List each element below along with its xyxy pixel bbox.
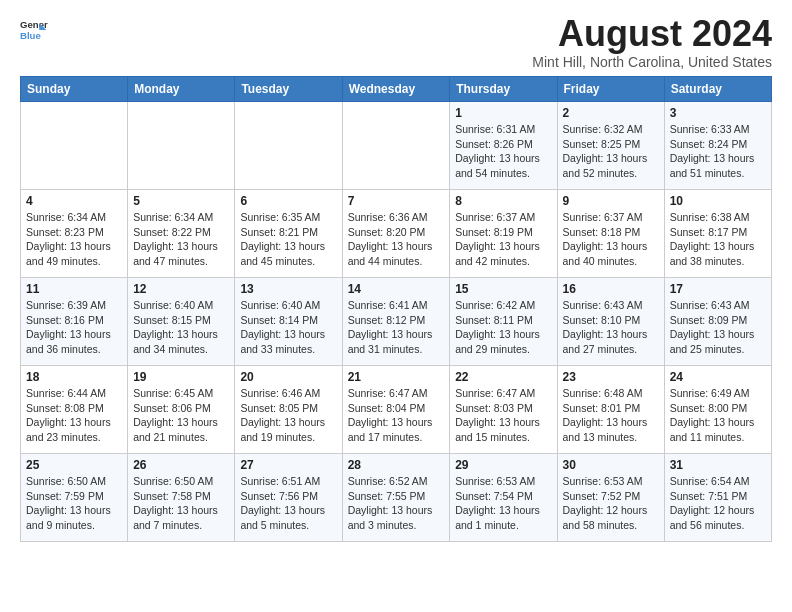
calendar-cell: 19Sunrise: 6:45 AM Sunset: 8:06 PM Dayli… [128,366,235,454]
day-info: Sunrise: 6:35 AM Sunset: 8:21 PM Dayligh… [240,210,336,269]
day-number: 24 [670,370,766,384]
day-number: 17 [670,282,766,296]
calendar-cell: 9Sunrise: 6:37 AM Sunset: 8:18 PM Daylig… [557,190,664,278]
day-number: 9 [563,194,659,208]
logo: General Blue [20,16,48,44]
calendar-cell: 31Sunrise: 6:54 AM Sunset: 7:51 PM Dayli… [664,454,771,542]
calendar-table: SundayMondayTuesdayWednesdayThursdayFrid… [20,76,772,542]
day-info: Sunrise: 6:53 AM Sunset: 7:54 PM Dayligh… [455,474,551,533]
calendar-week-row: 4Sunrise: 6:34 AM Sunset: 8:23 PM Daylig… [21,190,772,278]
day-info: Sunrise: 6:49 AM Sunset: 8:00 PM Dayligh… [670,386,766,445]
day-info: Sunrise: 6:31 AM Sunset: 8:26 PM Dayligh… [455,122,551,181]
calendar-cell: 12Sunrise: 6:40 AM Sunset: 8:15 PM Dayli… [128,278,235,366]
weekday-header-sunday: Sunday [21,77,128,102]
day-number: 11 [26,282,122,296]
calendar-cell: 2Sunrise: 6:32 AM Sunset: 8:25 PM Daylig… [557,102,664,190]
weekday-header-wednesday: Wednesday [342,77,450,102]
calendar-cell: 16Sunrise: 6:43 AM Sunset: 8:10 PM Dayli… [557,278,664,366]
day-info: Sunrise: 6:34 AM Sunset: 8:23 PM Dayligh… [26,210,122,269]
day-number: 26 [133,458,229,472]
day-info: Sunrise: 6:43 AM Sunset: 8:09 PM Dayligh… [670,298,766,357]
calendar-cell: 7Sunrise: 6:36 AM Sunset: 8:20 PM Daylig… [342,190,450,278]
day-info: Sunrise: 6:47 AM Sunset: 8:04 PM Dayligh… [348,386,445,445]
calendar-cell: 8Sunrise: 6:37 AM Sunset: 8:19 PM Daylig… [450,190,557,278]
day-info: Sunrise: 6:53 AM Sunset: 7:52 PM Dayligh… [563,474,659,533]
logo-icon: General Blue [20,16,48,44]
day-info: Sunrise: 6:34 AM Sunset: 8:22 PM Dayligh… [133,210,229,269]
calendar-week-row: 25Sunrise: 6:50 AM Sunset: 7:59 PM Dayli… [21,454,772,542]
day-number: 6 [240,194,336,208]
calendar-week-row: 11Sunrise: 6:39 AM Sunset: 8:16 PM Dayli… [21,278,772,366]
page-header: General Blue August 2024 Mint Hill, Nort… [20,16,772,70]
day-info: Sunrise: 6:37 AM Sunset: 8:19 PM Dayligh… [455,210,551,269]
calendar-cell: 22Sunrise: 6:47 AM Sunset: 8:03 PM Dayli… [450,366,557,454]
day-info: Sunrise: 6:37 AM Sunset: 8:18 PM Dayligh… [563,210,659,269]
calendar-cell: 14Sunrise: 6:41 AM Sunset: 8:12 PM Dayli… [342,278,450,366]
day-number: 21 [348,370,445,384]
calendar-cell: 23Sunrise: 6:48 AM Sunset: 8:01 PM Dayli… [557,366,664,454]
day-info: Sunrise: 6:45 AM Sunset: 8:06 PM Dayligh… [133,386,229,445]
day-info: Sunrise: 6:52 AM Sunset: 7:55 PM Dayligh… [348,474,445,533]
day-number: 20 [240,370,336,384]
day-number: 18 [26,370,122,384]
calendar-cell: 28Sunrise: 6:52 AM Sunset: 7:55 PM Dayli… [342,454,450,542]
day-number: 2 [563,106,659,120]
calendar-cell: 11Sunrise: 6:39 AM Sunset: 8:16 PM Dayli… [21,278,128,366]
calendar-cell [235,102,342,190]
day-info: Sunrise: 6:33 AM Sunset: 8:24 PM Dayligh… [670,122,766,181]
day-number: 7 [348,194,445,208]
calendar-cell: 10Sunrise: 6:38 AM Sunset: 8:17 PM Dayli… [664,190,771,278]
day-number: 8 [455,194,551,208]
calendar-cell: 13Sunrise: 6:40 AM Sunset: 8:14 PM Dayli… [235,278,342,366]
calendar-cell: 21Sunrise: 6:47 AM Sunset: 8:04 PM Dayli… [342,366,450,454]
calendar-cell: 3Sunrise: 6:33 AM Sunset: 8:24 PM Daylig… [664,102,771,190]
svg-text:Blue: Blue [20,30,41,41]
day-info: Sunrise: 6:51 AM Sunset: 7:56 PM Dayligh… [240,474,336,533]
calendar-cell: 15Sunrise: 6:42 AM Sunset: 8:11 PM Dayli… [450,278,557,366]
calendar-cell: 26Sunrise: 6:50 AM Sunset: 7:58 PM Dayli… [128,454,235,542]
calendar-cell: 1Sunrise: 6:31 AM Sunset: 8:26 PM Daylig… [450,102,557,190]
day-info: Sunrise: 6:41 AM Sunset: 8:12 PM Dayligh… [348,298,445,357]
day-info: Sunrise: 6:40 AM Sunset: 8:15 PM Dayligh… [133,298,229,357]
day-number: 23 [563,370,659,384]
location-subtitle: Mint Hill, North Carolina, United States [532,54,772,70]
day-number: 28 [348,458,445,472]
day-number: 5 [133,194,229,208]
day-number: 25 [26,458,122,472]
calendar-cell [21,102,128,190]
calendar-cell: 17Sunrise: 6:43 AM Sunset: 8:09 PM Dayli… [664,278,771,366]
day-info: Sunrise: 6:46 AM Sunset: 8:05 PM Dayligh… [240,386,336,445]
day-number: 13 [240,282,336,296]
calendar-week-row: 18Sunrise: 6:44 AM Sunset: 8:08 PM Dayli… [21,366,772,454]
day-info: Sunrise: 6:50 AM Sunset: 7:58 PM Dayligh… [133,474,229,533]
day-number: 10 [670,194,766,208]
weekday-header-thursday: Thursday [450,77,557,102]
day-number: 16 [563,282,659,296]
calendar-cell [128,102,235,190]
calendar-cell: 29Sunrise: 6:53 AM Sunset: 7:54 PM Dayli… [450,454,557,542]
calendar-cell: 27Sunrise: 6:51 AM Sunset: 7:56 PM Dayli… [235,454,342,542]
title-block: August 2024 Mint Hill, North Carolina, U… [532,16,772,70]
calendar-week-row: 1Sunrise: 6:31 AM Sunset: 8:26 PM Daylig… [21,102,772,190]
day-number: 22 [455,370,551,384]
day-info: Sunrise: 6:43 AM Sunset: 8:10 PM Dayligh… [563,298,659,357]
calendar-cell [342,102,450,190]
calendar-cell: 25Sunrise: 6:50 AM Sunset: 7:59 PM Dayli… [21,454,128,542]
weekday-header-tuesday: Tuesday [235,77,342,102]
day-number: 30 [563,458,659,472]
calendar-cell: 30Sunrise: 6:53 AM Sunset: 7:52 PM Dayli… [557,454,664,542]
day-number: 15 [455,282,551,296]
day-info: Sunrise: 6:47 AM Sunset: 8:03 PM Dayligh… [455,386,551,445]
day-number: 12 [133,282,229,296]
day-info: Sunrise: 6:50 AM Sunset: 7:59 PM Dayligh… [26,474,122,533]
day-info: Sunrise: 6:40 AM Sunset: 8:14 PM Dayligh… [240,298,336,357]
weekday-header-row: SundayMondayTuesdayWednesdayThursdayFrid… [21,77,772,102]
day-info: Sunrise: 6:44 AM Sunset: 8:08 PM Dayligh… [26,386,122,445]
day-info: Sunrise: 6:48 AM Sunset: 8:01 PM Dayligh… [563,386,659,445]
calendar-cell: 24Sunrise: 6:49 AM Sunset: 8:00 PM Dayli… [664,366,771,454]
day-number: 19 [133,370,229,384]
day-info: Sunrise: 6:39 AM Sunset: 8:16 PM Dayligh… [26,298,122,357]
weekday-header-friday: Friday [557,77,664,102]
day-info: Sunrise: 6:32 AM Sunset: 8:25 PM Dayligh… [563,122,659,181]
day-number: 1 [455,106,551,120]
